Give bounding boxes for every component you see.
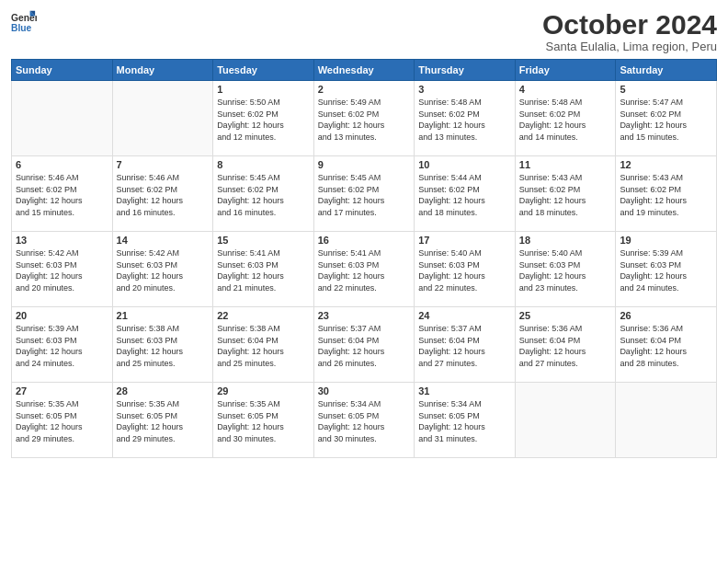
day-number: 16 <box>318 235 411 246</box>
weekday-header-monday: Monday <box>112 60 213 81</box>
calendar-cell: 12Sunrise: 5:43 AM Sunset: 6:02 PM Dayli… <box>616 156 717 232</box>
calendar-cell <box>112 81 213 156</box>
day-number: 21 <box>117 310 210 321</box>
day-info: Sunrise: 5:35 AM Sunset: 6:05 PM Dayligh… <box>16 398 108 444</box>
calendar-cell: 6Sunrise: 5:46 AM Sunset: 6:02 PM Daylig… <box>12 156 113 232</box>
week-row-5: 27Sunrise: 5:35 AM Sunset: 6:05 PM Dayli… <box>12 383 717 458</box>
day-number: 25 <box>519 310 612 321</box>
day-info: Sunrise: 5:48 AM Sunset: 6:02 PM Dayligh… <box>519 97 612 143</box>
day-info: Sunrise: 5:41 AM Sunset: 6:03 PM Dayligh… <box>217 247 310 293</box>
day-number: 6 <box>16 159 108 170</box>
day-info: Sunrise: 5:46 AM Sunset: 6:02 PM Dayligh… <box>16 172 108 218</box>
day-number: 11 <box>519 159 612 170</box>
day-info: Sunrise: 5:34 AM Sunset: 6:05 PM Dayligh… <box>418 398 511 444</box>
day-info: Sunrise: 5:35 AM Sunset: 6:05 PM Dayligh… <box>117 398 210 444</box>
weekday-header-tuesday: Tuesday <box>213 60 314 81</box>
day-info: Sunrise: 5:44 AM Sunset: 6:02 PM Dayligh… <box>418 172 511 218</box>
day-number: 27 <box>16 385 108 396</box>
day-info: Sunrise: 5:43 AM Sunset: 6:02 PM Dayligh… <box>620 172 712 218</box>
day-info: Sunrise: 5:46 AM Sunset: 6:02 PM Dayligh… <box>117 172 210 218</box>
day-info: Sunrise: 5:39 AM Sunset: 6:03 PM Dayligh… <box>620 247 712 293</box>
day-number: 19 <box>620 235 712 246</box>
calendar-cell: 17Sunrise: 5:40 AM Sunset: 6:03 PM Dayli… <box>415 232 516 307</box>
calendar-cell: 28Sunrise: 5:35 AM Sunset: 6:05 PM Dayli… <box>112 383 213 458</box>
day-info: Sunrise: 5:40 AM Sunset: 6:03 PM Dayligh… <box>418 247 511 293</box>
day-info: Sunrise: 5:41 AM Sunset: 6:03 PM Dayligh… <box>318 247 411 293</box>
day-info: Sunrise: 5:37 AM Sunset: 6:04 PM Dayligh… <box>318 323 411 369</box>
calendar-cell: 4Sunrise: 5:48 AM Sunset: 6:02 PM Daylig… <box>515 81 616 156</box>
day-info: Sunrise: 5:39 AM Sunset: 6:03 PM Dayligh… <box>16 323 108 369</box>
calendar-cell: 8Sunrise: 5:45 AM Sunset: 6:02 PM Daylig… <box>213 156 314 232</box>
day-info: Sunrise: 5:45 AM Sunset: 6:02 PM Dayligh… <box>318 172 411 218</box>
day-number: 14 <box>117 235 210 246</box>
day-number: 23 <box>318 310 411 321</box>
day-number: 15 <box>217 235 310 246</box>
calendar-cell: 1Sunrise: 5:50 AM Sunset: 6:02 PM Daylig… <box>213 81 314 156</box>
calendar-cell: 20Sunrise: 5:39 AM Sunset: 6:03 PM Dayli… <box>12 307 113 383</box>
calendar-cell: 14Sunrise: 5:42 AM Sunset: 6:03 PM Dayli… <box>112 232 213 307</box>
calendar-cell: 5Sunrise: 5:47 AM Sunset: 6:02 PM Daylig… <box>616 81 717 156</box>
calendar-cell: 10Sunrise: 5:44 AM Sunset: 6:02 PM Dayli… <box>415 156 516 232</box>
calendar-cell: 31Sunrise: 5:34 AM Sunset: 6:05 PM Dayli… <box>415 383 516 458</box>
day-number: 18 <box>519 235 612 246</box>
day-info: Sunrise: 5:36 AM Sunset: 6:04 PM Dayligh… <box>519 323 612 369</box>
calendar-cell: 23Sunrise: 5:37 AM Sunset: 6:04 PM Dayli… <box>313 307 415 383</box>
day-number: 3 <box>418 84 511 95</box>
calendar-cell: 19Sunrise: 5:39 AM Sunset: 6:03 PM Dayli… <box>616 232 717 307</box>
calendar-table: SundayMondayTuesdayWednesdayThursdayFrid… <box>11 59 717 458</box>
day-info: Sunrise: 5:48 AM Sunset: 6:02 PM Dayligh… <box>418 97 511 143</box>
day-number: 13 <box>16 235 108 246</box>
day-info: Sunrise: 5:42 AM Sunset: 6:03 PM Dayligh… <box>16 247 108 293</box>
day-number: 12 <box>620 159 712 170</box>
calendar-cell: 15Sunrise: 5:41 AM Sunset: 6:03 PM Dayli… <box>213 232 314 307</box>
day-info: Sunrise: 5:35 AM Sunset: 6:05 PM Dayligh… <box>217 398 310 444</box>
day-number: 26 <box>620 310 712 321</box>
calendar-cell: 9Sunrise: 5:45 AM Sunset: 6:02 PM Daylig… <box>313 156 415 232</box>
calendar-cell: 11Sunrise: 5:43 AM Sunset: 6:02 PM Dayli… <box>515 156 616 232</box>
day-info: Sunrise: 5:37 AM Sunset: 6:04 PM Dayligh… <box>418 323 511 369</box>
calendar-cell: 21Sunrise: 5:38 AM Sunset: 6:03 PM Dayli… <box>112 307 213 383</box>
day-number: 9 <box>318 159 411 170</box>
calendar-cell: 2Sunrise: 5:49 AM Sunset: 6:02 PM Daylig… <box>313 81 415 156</box>
weekday-header-wednesday: Wednesday <box>313 60 415 81</box>
day-number: 22 <box>217 310 310 321</box>
day-number: 28 <box>117 385 210 396</box>
day-number: 1 <box>217 84 310 95</box>
calendar-cell: 24Sunrise: 5:37 AM Sunset: 6:04 PM Dayli… <box>415 307 516 383</box>
svg-text:Blue: Blue <box>11 23 32 33</box>
calendar-cell <box>616 383 717 458</box>
calendar-cell: 7Sunrise: 5:46 AM Sunset: 6:02 PM Daylig… <box>112 156 213 232</box>
day-number: 7 <box>117 159 210 170</box>
logo: General Blue <box>11 9 37 35</box>
month-title: October 2024 <box>542 9 717 40</box>
calendar-cell <box>12 81 113 156</box>
day-number: 31 <box>418 385 511 396</box>
week-row-4: 20Sunrise: 5:39 AM Sunset: 6:03 PM Dayli… <box>12 307 717 383</box>
weekday-header-thursday: Thursday <box>415 60 516 81</box>
calendar-cell <box>515 383 616 458</box>
day-info: Sunrise: 5:36 AM Sunset: 6:04 PM Dayligh… <box>620 323 712 369</box>
day-number: 10 <box>418 159 511 170</box>
day-number: 30 <box>318 385 411 396</box>
calendar-cell: 16Sunrise: 5:41 AM Sunset: 6:03 PM Dayli… <box>313 232 415 307</box>
week-row-3: 13Sunrise: 5:42 AM Sunset: 6:03 PM Dayli… <box>12 232 717 307</box>
calendar-cell: 18Sunrise: 5:40 AM Sunset: 6:03 PM Dayli… <box>515 232 616 307</box>
day-info: Sunrise: 5:45 AM Sunset: 6:02 PM Dayligh… <box>217 172 310 218</box>
calendar-cell: 30Sunrise: 5:34 AM Sunset: 6:05 PM Dayli… <box>313 383 415 458</box>
weekday-header-row: SundayMondayTuesdayWednesdayThursdayFrid… <box>12 60 717 81</box>
day-info: Sunrise: 5:49 AM Sunset: 6:02 PM Dayligh… <box>318 97 411 143</box>
day-number: 29 <box>217 385 310 396</box>
day-number: 24 <box>418 310 511 321</box>
calendar-cell: 29Sunrise: 5:35 AM Sunset: 6:05 PM Dayli… <box>213 383 314 458</box>
day-info: Sunrise: 5:47 AM Sunset: 6:02 PM Dayligh… <box>620 97 712 143</box>
calendar-cell: 3Sunrise: 5:48 AM Sunset: 6:02 PM Daylig… <box>415 81 516 156</box>
week-row-2: 6Sunrise: 5:46 AM Sunset: 6:02 PM Daylig… <box>12 156 717 232</box>
day-number: 20 <box>16 310 108 321</box>
calendar-cell: 13Sunrise: 5:42 AM Sunset: 6:03 PM Dayli… <box>12 232 113 307</box>
weekday-header-saturday: Saturday <box>616 60 717 81</box>
calendar-cell: 25Sunrise: 5:36 AM Sunset: 6:04 PM Dayli… <box>515 307 616 383</box>
week-row-1: 1Sunrise: 5:50 AM Sunset: 6:02 PM Daylig… <box>12 81 717 156</box>
day-info: Sunrise: 5:40 AM Sunset: 6:03 PM Dayligh… <box>519 247 612 293</box>
day-info: Sunrise: 5:34 AM Sunset: 6:05 PM Dayligh… <box>318 398 411 444</box>
day-number: 8 <box>217 159 310 170</box>
